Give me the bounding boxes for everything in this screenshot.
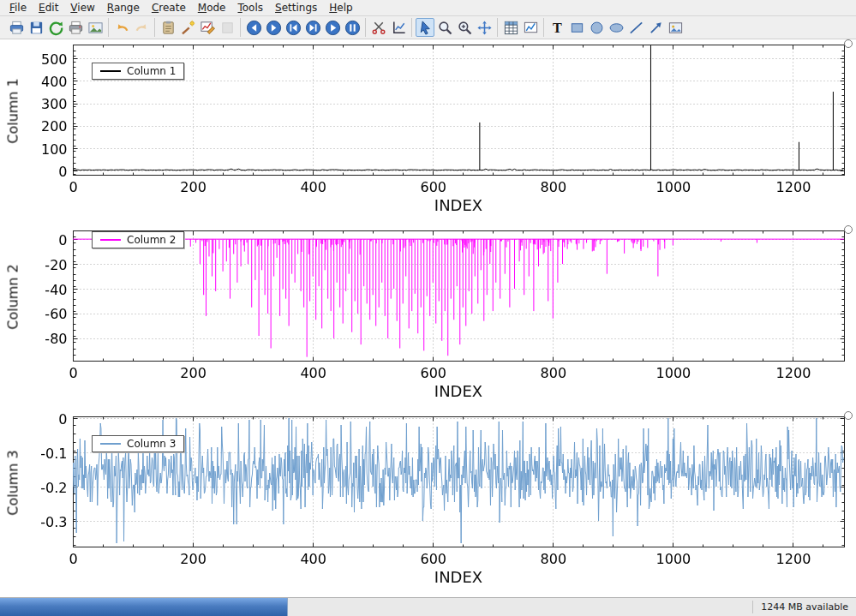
plot-2-canvas[interactable]: [0, 225, 856, 386]
plot-1-x-axis-label: INDEX: [73, 196, 844, 214]
plot-1-legend[interactable]: Column 1: [92, 63, 184, 80]
plot-3-y-axis-label: Column 3: [5, 423, 21, 543]
menu-range[interactable]: Range: [101, 1, 146, 15]
picture-annotation-icon[interactable]: [666, 18, 685, 37]
ellipse-annotation-icon[interactable]: [607, 18, 626, 37]
progress-area: [0, 598, 288, 616]
save-icon[interactable]: [27, 18, 45, 37]
tied-zoom-icon[interactable]: [369, 18, 388, 37]
copy-icon[interactable]: [159, 18, 177, 37]
legend-line-sample: [100, 70, 121, 72]
export-image-icon[interactable]: [86, 18, 105, 37]
reload-icon[interactable]: [46, 18, 65, 37]
data-wizard-icon[interactable]: [178, 18, 197, 37]
legend-line-sample: [100, 443, 121, 445]
toolbar-group: T: [543, 18, 688, 37]
count-from-end-icon[interactable]: [284, 18, 302, 37]
line-annotation-icon[interactable]: [626, 18, 645, 37]
forward-one-screen-icon[interactable]: [264, 18, 283, 37]
menu-settings[interactable]: Settings: [269, 1, 323, 15]
layout-mode-icon[interactable]: [475, 18, 494, 37]
toolbar-group: [497, 18, 543, 37]
toolbar-group: [411, 18, 497, 37]
print-setup-icon[interactable]: [66, 18, 85, 37]
text-annotation-icon[interactable]: T: [548, 18, 566, 37]
extra-tool-icon[interactable]: [218, 18, 236, 37]
plot-1-corner-handle[interactable]: [844, 39, 853, 48]
toolbar-group: [240, 18, 365, 37]
plot-2-corner-handle[interactable]: [844, 225, 853, 234]
legend-label: Column 1: [127, 65, 176, 77]
plot-3-legend[interactable]: Column 3: [92, 435, 184, 452]
menu-help[interactable]: Help: [323, 1, 358, 15]
plot-view: Column 1 Column 1 INDEX Column 2 Column …: [0, 39, 856, 597]
plot-3: Column 3 Column 3 INDEX: [0, 411, 856, 597]
x-zoom-mode-icon[interactable]: [435, 18, 454, 37]
shared-axis-icon[interactable]: [389, 18, 408, 37]
plot-2: Column 2 Column 2 INDEX: [0, 225, 856, 411]
box-annotation-icon[interactable]: [567, 18, 586, 37]
plot-2-y-axis-label: Column 2: [5, 237, 21, 357]
data-manager-icon[interactable]: [501, 18, 520, 37]
undo-icon[interactable]: [112, 18, 131, 37]
view-manager-icon[interactable]: [521, 18, 540, 37]
menu-mode[interactable]: Mode: [192, 1, 232, 15]
svg-text:T: T: [553, 20, 562, 34]
play-icon[interactable]: [323, 18, 342, 37]
legend-line-sample: [100, 239, 121, 241]
plot-3-x-axis-label: INDEX: [73, 568, 844, 586]
toolbar-group: [154, 18, 240, 37]
plot-2-x-axis-label: INDEX: [73, 382, 844, 400]
toolbar-group: [108, 18, 154, 37]
plot-1: Column 1 Column 1 INDEX: [0, 39, 856, 225]
status-bar: 1244 MB available: [0, 597, 856, 616]
menu-bar: FileEditViewRangeCreateModeToolsSettings…: [0, 0, 856, 16]
print-icon[interactable]: [7, 18, 26, 37]
menu-view[interactable]: View: [64, 1, 100, 15]
pause-icon[interactable]: [343, 18, 362, 37]
arrow-annotation-icon[interactable]: [646, 18, 665, 37]
plot-1-y-axis-label: Column 1: [5, 51, 21, 171]
plot-2-legend[interactable]: Column 2: [92, 231, 184, 248]
toolbar: T: [0, 16, 856, 39]
menu-create[interactable]: Create: [146, 1, 192, 15]
menu-tools[interactable]: Tools: [231, 1, 269, 15]
toolbar-group: [3, 18, 108, 37]
y-zoom-mode-icon[interactable]: [455, 18, 474, 37]
legend-label: Column 3: [127, 438, 176, 450]
read-to-end-icon[interactable]: [303, 18, 322, 37]
menu-edit[interactable]: Edit: [33, 1, 64, 15]
menu-file[interactable]: File: [3, 1, 33, 15]
back-one-screen-icon[interactable]: [244, 18, 263, 37]
plot-3-corner-handle[interactable]: [844, 411, 853, 420]
xy-zoom-mode-icon[interactable]: [416, 18, 434, 37]
toolbar-group: [365, 18, 411, 37]
edit-plot-icon[interactable]: [198, 18, 217, 37]
circle-annotation-icon[interactable]: [587, 18, 606, 37]
redo-icon[interactable]: [132, 18, 151, 37]
legend-label: Column 2: [127, 234, 176, 246]
memory-available-text: 1244 MB available: [752, 601, 856, 613]
